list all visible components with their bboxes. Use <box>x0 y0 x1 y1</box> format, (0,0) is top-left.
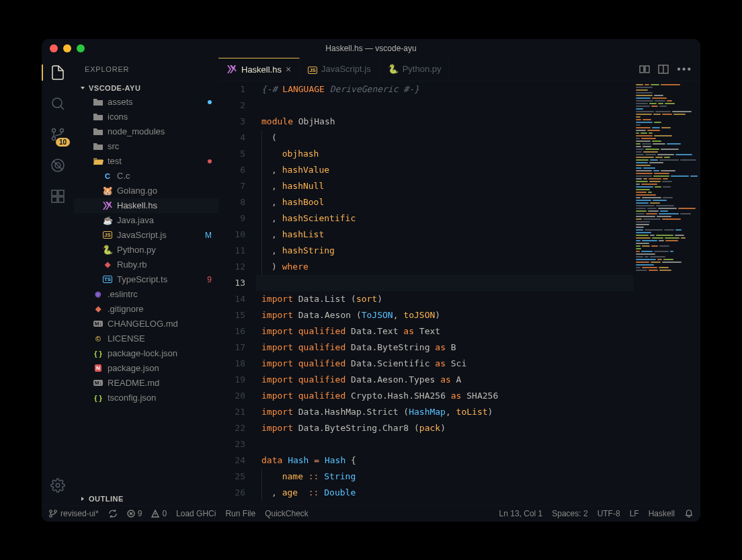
code-line[interactable]: import qualified Data.Text as Text <box>256 323 633 339</box>
errors-count[interactable]: 9 <box>127 509 142 518</box>
sync-button[interactable] <box>108 509 118 518</box>
search-icon[interactable] <box>48 94 67 113</box>
editor-area: Haskell.hs×JSJavaScript.js🐍Python.py •••… <box>218 58 700 506</box>
statusbar: revised-ui* 9 0 Load GHCiRun FileQuickCh… <box>42 506 700 522</box>
badge: 10 <box>56 138 70 147</box>
code-line[interactable]: import qualified Data.Scientific as Sci <box>256 356 633 372</box>
debug-icon[interactable] <box>48 156 67 175</box>
line-number: 1 <box>218 81 245 97</box>
file-tsconfig-json[interactable]: { }tsconfig.json <box>74 391 218 405</box>
code-line[interactable] <box>256 97 633 114</box>
ts-icon: TS <box>102 274 113 285</box>
file-python-py[interactable]: 🐍Python.py <box>74 243 218 257</box>
code-line[interactable]: , hashValue <box>256 162 633 178</box>
project-section[interactable]: VSCODE-AYU <box>74 81 218 95</box>
file-package-lock-json[interactable]: { }package-lock.json <box>74 346 218 361</box>
more-actions-icon[interactable]: ••• <box>677 63 692 75</box>
source-control-icon[interactable]: 10 <box>48 125 67 144</box>
compare-icon[interactable] <box>639 64 650 75</box>
code-line[interactable]: , hashList <box>256 227 633 243</box>
line-number: 3 <box>218 114 245 130</box>
code-line[interactable]: , age :: Double <box>256 485 633 501</box>
folder-test[interactable]: test <box>74 154 218 169</box>
file-readme-md[interactable]: M↓README.md <box>74 376 218 391</box>
svg-rect-7 <box>52 190 57 196</box>
code-area[interactable]: {-# LANGUAGE DeriveGeneric #-}module Obj… <box>256 81 633 506</box>
file--gitignore[interactable]: ◆.gitignore <box>74 302 218 317</box>
minimap[interactable] <box>633 81 700 506</box>
code-line[interactable]: {-# LANGUAGE DeriveGeneric #-} <box>256 81 633 97</box>
tab-javascript-js[interactable]: JSJavaScript.js <box>300 58 380 81</box>
code-line[interactable]: , hashString <box>256 243 633 259</box>
code-line[interactable]: ( <box>256 130 633 146</box>
extensions-icon[interactable] <box>48 187 67 206</box>
folder-assets[interactable]: assets <box>74 95 218 110</box>
close-tab-icon[interactable]: × <box>286 64 291 75</box>
tab-haskell-hs[interactable]: Haskell.hs× <box>218 58 300 81</box>
file-java-java[interactable]: ☕Java.java <box>74 213 218 228</box>
line-number: 9 <box>218 210 245 227</box>
status-dot <box>208 100 212 104</box>
code-line[interactable]: , hashBool <box>256 194 633 210</box>
statusbar-action-quickcheck[interactable]: QuickCheck <box>265 509 308 518</box>
editor-body[interactable]: 1234567891011121314151617181920212223242… <box>218 81 700 506</box>
code-line[interactable]: module ObjHash <box>256 114 633 130</box>
notifications-bell-icon[interactable] <box>684 509 694 518</box>
js-icon: JS <box>102 230 113 241</box>
folder-src[interactable]: src <box>74 139 218 154</box>
code-line[interactable]: name :: String <box>256 469 633 485</box>
hs-icon <box>226 64 237 75</box>
line-number: 8 <box>218 194 245 210</box>
folder-icon <box>93 126 104 137</box>
line-number: 22 <box>218 420 245 436</box>
code-line[interactable]: import qualified Crypto.Hash.SHA256 as S… <box>256 388 633 404</box>
code-line[interactable] <box>256 436 633 452</box>
code-line[interactable]: import Data.ByteString.Char8 (pack) <box>256 420 633 436</box>
language-mode[interactable]: Haskell <box>649 509 675 518</box>
close-window-button[interactable] <box>50 44 58 52</box>
settings-gear[interactable] <box>48 476 67 495</box>
minimize-window-button[interactable] <box>63 44 71 52</box>
file-license[interactable]: ©LICENSE <box>74 331 218 346</box>
folder-node-modules[interactable]: node_modules <box>74 124 218 139</box>
eol[interactable]: LF <box>630 509 639 518</box>
file-haskell-hs[interactable]: Haskell.hs <box>74 198 218 213</box>
statusbar-action-run-file[interactable]: Run File <box>225 509 255 518</box>
files-icon[interactable] <box>48 63 67 82</box>
line-number: 24 <box>218 452 245 469</box>
code-line[interactable]: import qualified Data.Aeson.Types as A <box>256 372 633 388</box>
maximize-window-button[interactable] <box>77 44 85 52</box>
file-c-c[interactable]: CC.c <box>74 169 218 184</box>
split-editor-icon[interactable] <box>658 64 669 75</box>
code-line[interactable]: , hashNull <box>256 178 633 194</box>
code-line[interactable]: import qualified Data.ByteString as B <box>256 339 633 356</box>
tab-python-py[interactable]: 🐍Python.py <box>380 58 450 81</box>
code-line[interactable]: import Data.Aeson (ToJSON, toJSON) <box>256 307 633 323</box>
encoding[interactable]: UTF-8 <box>597 509 620 518</box>
file-package-json[interactable]: Npackage.json <box>74 361 218 376</box>
code-line[interactable]: ) where <box>256 259 633 275</box>
code-line[interactable]: , hashScientific <box>256 210 633 227</box>
line-number: 23 <box>218 436 245 452</box>
indent-setting[interactable]: Spaces: 2 <box>552 509 587 518</box>
file-ruby-rb[interactable]: ◆Ruby.rb <box>74 257 218 272</box>
outline-section[interactable]: OUTLINE <box>74 492 218 506</box>
file-javascript-js[interactable]: JSJavaScript.jsM <box>74 228 218 243</box>
folder-icons[interactable]: icons <box>74 110 218 124</box>
code-line[interactable]: data Hash = Hash { <box>256 452 633 469</box>
code-line[interactable]: objhash <box>256 146 633 162</box>
file-changelog-md[interactable]: M↓CHANGELOG.md <box>74 317 218 331</box>
py-icon: 🐍 <box>102 245 113 255</box>
git-branch[interactable]: revised-ui* <box>48 509 99 518</box>
titlebar: Haskell.hs — vscode-ayu <box>42 39 700 58</box>
cursor-position[interactable]: Ln 13, Col 1 <box>499 509 543 518</box>
file-golang-go[interactable]: 🐹Golang.go <box>74 184 218 198</box>
warnings-count[interactable]: 0 <box>151 509 167 518</box>
line-number: 2 <box>218 97 245 114</box>
file-typescript-ts[interactable]: TSTypeScript.ts9 <box>74 272 218 287</box>
code-line[interactable]: import Data.List (sort) <box>256 291 633 307</box>
file--eslintrc[interactable]: ◉.eslintrc <box>74 287 218 302</box>
code-line[interactable]: import Data.HashMap.Strict (HashMap, toL… <box>256 404 633 420</box>
code-line[interactable] <box>256 275 633 291</box>
statusbar-action-load-ghci[interactable]: Load GHCi <box>176 509 216 518</box>
